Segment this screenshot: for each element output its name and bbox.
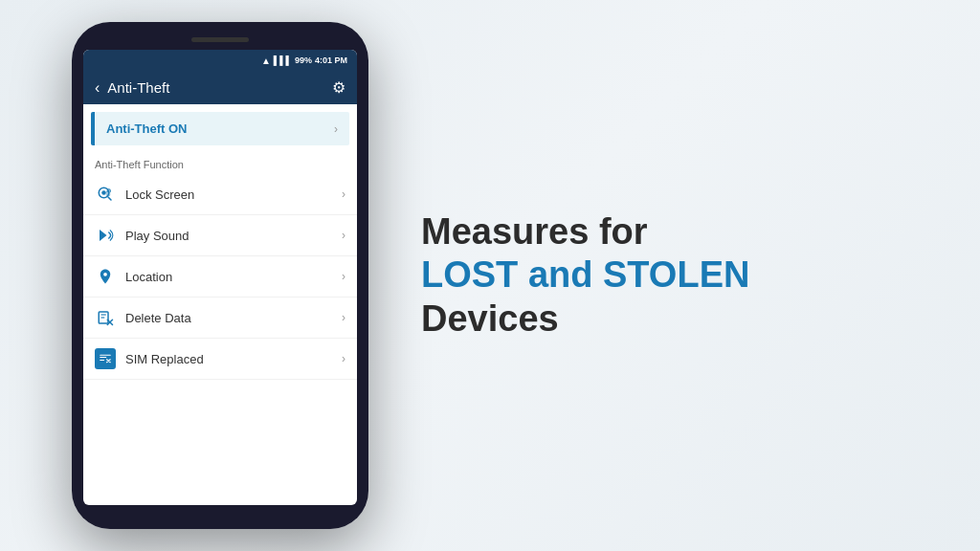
phone-wrapper: ▲ ▌▌▌ 99% 4:01 PM ‹ Anti-Theft ⚙	[57, 17, 383, 534]
battery-text: 99%	[295, 55, 312, 65]
svg-point-1	[101, 190, 106, 195]
top-bar: ‹ Anti-Theft ⚙	[83, 71, 357, 104]
tagline-highlight: LOST and STOLEN	[421, 254, 749, 295]
svg-point-4	[103, 273, 107, 276]
status-icons: ▲ ▌▌▌ 99% 4:01 PM	[261, 55, 347, 66]
settings-icon[interactable]: ⚙	[332, 78, 345, 97]
location-icon	[95, 266, 116, 287]
lock-screen-label: Lock Screen	[125, 187, 194, 202]
tagline-measures: Measures for	[421, 211, 648, 252]
sim-replaced-chevron: ›	[342, 352, 345, 365]
tagline-line1: Measures for	[421, 210, 923, 254]
menu-item-left: Lock Screen	[95, 184, 194, 205]
delete-data-icon	[95, 307, 116, 328]
section-header: Anti-Theft Function	[83, 153, 357, 174]
right-content: Measures for LOST and STOLEN Devices	[383, 210, 923, 342]
play-sound-icon	[95, 225, 116, 246]
menu-item-left: Play Sound	[95, 225, 189, 246]
svg-marker-3	[100, 230, 107, 241]
sim-replaced-label: SIM Replaced	[125, 352, 204, 366]
location-chevron: ›	[342, 270, 345, 283]
location-label: Location	[125, 270, 172, 284]
menu-item-play-sound[interactable]: Play Sound ›	[83, 215, 357, 256]
menu-item-sim-replaced[interactable]: SIM Replaced ›	[83, 339, 357, 380]
signal-bars: ▌▌▌	[274, 55, 292, 65]
top-bar-title: Anti-Theft	[107, 79, 169, 96]
play-sound-chevron: ›	[342, 229, 345, 242]
antitheft-on-button[interactable]: Anti-Theft ON ›	[91, 112, 349, 145]
tagline-line3: Devices	[421, 298, 923, 342]
tagline-line2: LOST and STOLEN	[421, 253, 923, 298]
play-sound-label: Play Sound	[125, 229, 189, 243]
lock-screen-icon	[95, 184, 116, 205]
menu-item-left: SIM Replaced	[95, 348, 204, 369]
status-bar: ▲ ▌▌▌ 99% 4:01 PM	[83, 50, 357, 71]
menu-item-lock-screen[interactable]: Lock Screen ›	[83, 174, 357, 215]
phone-screen: ▲ ▌▌▌ 99% 4:01 PM ‹ Anti-Theft ⚙	[83, 50, 357, 505]
antitheft-on-label: Anti-Theft ON	[106, 121, 187, 136]
tagline-devices: Devices	[421, 298, 559, 339]
lock-screen-chevron: ›	[342, 187, 345, 201]
top-bar-left: ‹ Anti-Theft	[95, 79, 169, 97]
sim-replaced-icon	[95, 348, 116, 369]
menu-item-left: Delete Data	[95, 307, 191, 328]
phone: ▲ ▌▌▌ 99% 4:01 PM ‹ Anti-Theft ⚙	[72, 22, 368, 529]
time-text: 4:01 PM	[315, 55, 347, 65]
svg-rect-8	[99, 352, 113, 366]
page-container: ▲ ▌▌▌ 99% 4:01 PM ‹ Anti-Theft ⚙	[0, 0, 980, 551]
menu-item-delete-data[interactable]: Delete Data ›	[83, 298, 357, 339]
delete-data-label: Delete Data	[125, 311, 191, 325]
back-button[interactable]: ‹	[95, 79, 100, 97]
delete-data-chevron: ›	[342, 311, 345, 324]
svg-rect-2	[106, 190, 111, 196]
menu-item-left: Location	[95, 266, 172, 287]
antitheft-chevron: ›	[334, 122, 338, 136]
wifi-icon: ▲	[261, 55, 271, 66]
menu-item-location[interactable]: Location ›	[83, 256, 357, 298]
phone-speaker	[191, 37, 249, 42]
